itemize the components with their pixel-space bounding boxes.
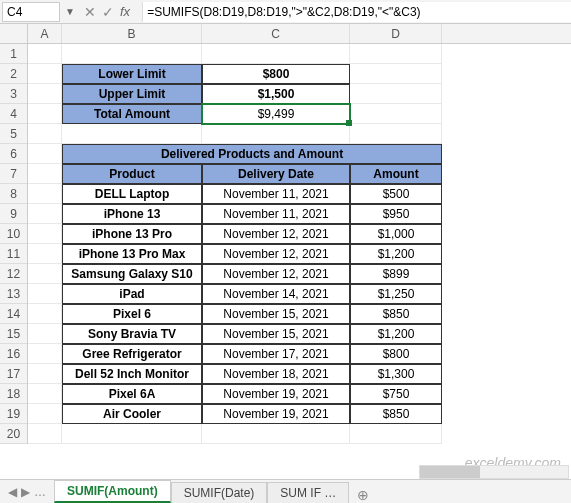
cell[interactable]: Upper Limit xyxy=(62,84,202,104)
cell[interactable]: Pixel 6A xyxy=(62,384,202,404)
cell[interactable]: Total Amount xyxy=(62,104,202,124)
cell[interactable]: Air Cooler xyxy=(62,404,202,424)
scroll-thumb[interactable] xyxy=(420,466,480,478)
cell[interactable]: $1,200 xyxy=(350,324,442,344)
cell[interactable]: Pixel 6 xyxy=(62,304,202,324)
cell[interactable]: $899 xyxy=(350,264,442,284)
cell[interactable]: November 11, 2021 xyxy=(202,184,350,204)
select-all-corner[interactable] xyxy=(0,24,28,43)
row-header[interactable]: 3 xyxy=(0,84,27,104)
row-header[interactable]: 18 xyxy=(0,384,27,404)
row-header[interactable]: 5 xyxy=(0,124,27,144)
cell[interactable]: November 12, 2021 xyxy=(202,244,350,264)
cell[interactable]: iPhone 13 xyxy=(62,204,202,224)
formula-controls: ✕ ✓ fx xyxy=(78,4,142,20)
cell[interactable]: Sony Bravia TV xyxy=(62,324,202,344)
row-header[interactable]: 2 xyxy=(0,64,27,84)
cell[interactable]: November 19, 2021 xyxy=(202,384,350,404)
horizontal-scrollbar[interactable] xyxy=(419,465,569,479)
col-header-b[interactable]: B xyxy=(62,24,202,43)
tab-sumif-date[interactable]: SUMIF(Date) xyxy=(171,482,268,503)
cancel-icon[interactable]: ✕ xyxy=(84,4,96,20)
cell[interactable]: November 12, 2021 xyxy=(202,224,350,244)
enter-icon[interactable]: ✓ xyxy=(102,4,114,20)
cell[interactable]: November 19, 2021 xyxy=(202,404,350,424)
cell[interactable]: $800 xyxy=(350,344,442,364)
cell[interactable]: $1,250 xyxy=(350,284,442,304)
row-header[interactable]: 14 xyxy=(0,304,27,324)
cell[interactable]: $1,200 xyxy=(350,244,442,264)
row-header[interactable]: 1 xyxy=(0,44,27,64)
cell[interactable]: November 11, 2021 xyxy=(202,204,350,224)
tab-more-icon[interactable]: … xyxy=(34,485,46,499)
cell[interactable]: $750 xyxy=(350,384,442,404)
col-product[interactable]: Product xyxy=(62,164,202,184)
name-box-dropdown[interactable]: ▼ xyxy=(62,6,78,17)
row-header[interactable]: 4 xyxy=(0,104,27,124)
tab-navigation: ◀ ▶ … xyxy=(0,485,54,499)
cell[interactable]: iPad xyxy=(62,284,202,304)
add-sheet-button[interactable]: ⊕ xyxy=(349,487,377,503)
cell[interactable]: Samsung Galaxy S10 xyxy=(62,264,202,284)
cell[interactable]: DELL Laptop xyxy=(62,184,202,204)
cell[interactable]: $850 xyxy=(350,404,442,424)
cell[interactable]: $800 xyxy=(202,64,350,84)
row-header[interactable]: 12 xyxy=(0,264,27,284)
cell[interactable]: $1,500 xyxy=(202,84,350,104)
col-header-c[interactable]: C xyxy=(202,24,350,43)
tab-sumif-more[interactable]: SUM IF … xyxy=(267,482,349,503)
col-date[interactable]: Delivery Date xyxy=(202,164,350,184)
table-title[interactable]: Delivered Products and Amount xyxy=(62,144,442,164)
fx-icon[interactable]: fx xyxy=(120,4,130,19)
formula-input[interactable] xyxy=(142,2,571,22)
column-headers: A B C D xyxy=(0,24,571,44)
tab-prev-icon[interactable]: ◀ xyxy=(8,485,17,499)
cell[interactable]: November 18, 2021 xyxy=(202,364,350,384)
cell[interactable]: Dell 52 Inch Monitor xyxy=(62,364,202,384)
cell[interactable]: $500 xyxy=(350,184,442,204)
tab-sumif-amount[interactable]: SUMIF(Amount) xyxy=(54,480,171,503)
selected-cell[interactable]: $9,499 xyxy=(202,104,350,124)
row-headers: 1 2 3 4 5 6 7 8 9 10 11 12 13 14 15 16 1… xyxy=(0,44,28,444)
cell[interactable]: iPhone 13 Pro Max xyxy=(62,244,202,264)
tabs: SUMIF(Amount) SUMIF(Date) SUM IF … ⊕ xyxy=(54,480,377,503)
cell[interactable]: $950 xyxy=(350,204,442,224)
formula-bar: C4 ▼ ✕ ✓ fx xyxy=(0,0,571,24)
cell[interactable]: $1,300 xyxy=(350,364,442,384)
cell[interactable]: $1,000 xyxy=(350,224,442,244)
cell[interactable]: November 15, 2021 xyxy=(202,324,350,344)
name-box[interactable]: C4 xyxy=(2,2,60,22)
row-header[interactable]: 11 xyxy=(0,244,27,264)
cell[interactable]: Lower Limit xyxy=(62,64,202,84)
row-header[interactable]: 20 xyxy=(0,424,27,444)
row-header[interactable]: 9 xyxy=(0,204,27,224)
row-header[interactable]: 16 xyxy=(0,344,27,364)
row-header[interactable]: 10 xyxy=(0,224,27,244)
cell[interactable]: Gree Refrigerator xyxy=(62,344,202,364)
cell[interactable]: iPhone 13 Pro xyxy=(62,224,202,244)
row-header[interactable]: 6 xyxy=(0,144,27,164)
col-amount[interactable]: Amount xyxy=(350,164,442,184)
row-header[interactable]: 15 xyxy=(0,324,27,344)
grid: A B C D 1 2 3 4 5 6 7 8 9 10 11 12 13 14… xyxy=(0,24,571,444)
row-header[interactable]: 13 xyxy=(0,284,27,304)
col-header-d[interactable]: D xyxy=(350,24,442,43)
cell[interactable]: November 12, 2021 xyxy=(202,264,350,284)
row-header[interactable]: 8 xyxy=(0,184,27,204)
cell[interactable]: November 17, 2021 xyxy=(202,344,350,364)
cell[interactable]: November 14, 2021 xyxy=(202,284,350,304)
row-header[interactable]: 17 xyxy=(0,364,27,384)
tab-next-icon[interactable]: ▶ xyxy=(21,485,30,499)
sheet-tabs-bar: ◀ ▶ … SUMIF(Amount) SUMIF(Date) SUM IF …… xyxy=(0,479,571,503)
cells-area: Lower Limit$800 Upper Limit$1,500 Total … xyxy=(28,44,442,444)
col-header-a[interactable]: A xyxy=(28,24,62,43)
cell[interactable]: November 15, 2021 xyxy=(202,304,350,324)
row-header[interactable]: 7 xyxy=(0,164,27,184)
row-header[interactable]: 19 xyxy=(0,404,27,424)
cell[interactable]: $850 xyxy=(350,304,442,324)
